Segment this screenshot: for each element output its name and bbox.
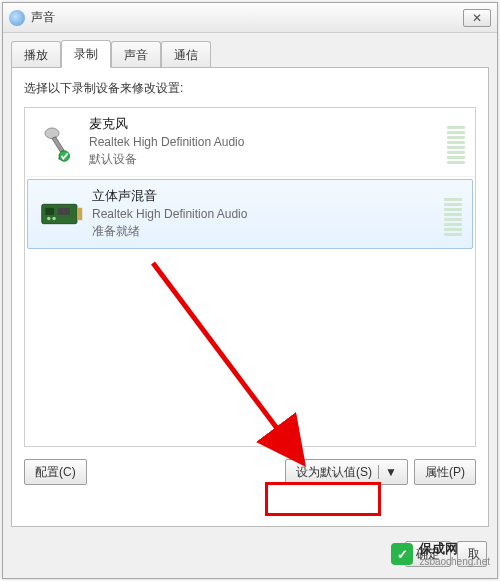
- device-list[interactable]: 麦克风 Realtek High Definition Audio 默认设备: [24, 107, 476, 447]
- sound-card-icon: [38, 192, 86, 236]
- tab-strip: 播放 录制 声音 通信: [3, 33, 497, 67]
- device-text: 立体声混音 Realtek High Definition Audio 准备就绪: [86, 188, 444, 240]
- svg-point-1: [59, 151, 70, 162]
- annotation-highlight-box: [265, 482, 381, 516]
- close-icon: ✕: [472, 11, 482, 25]
- level-meter: [444, 192, 462, 236]
- device-name: 麦克风: [89, 116, 447, 133]
- svg-rect-3: [45, 208, 54, 215]
- device-status: 准备就绪: [92, 223, 444, 240]
- titlebar: 声音 ✕: [3, 3, 497, 33]
- svg-rect-5: [77, 208, 82, 220]
- configure-button[interactable]: 配置(C): [24, 459, 87, 485]
- chevron-down-icon[interactable]: ▼: [378, 465, 403, 479]
- svg-point-6: [47, 217, 51, 221]
- svg-rect-4: [58, 208, 70, 215]
- set-default-button[interactable]: 设为默认值(S) ▼: [285, 459, 408, 485]
- watermark-text: 保成网 zsbaocheng.net: [419, 542, 490, 567]
- device-item-microphone[interactable]: 麦克风 Realtek High Definition Audio 默认设备: [25, 108, 475, 177]
- device-description: Realtek High Definition Audio: [92, 207, 444, 221]
- tab-recording[interactable]: 录制: [61, 40, 111, 68]
- sound-settings-window: 声音 ✕ 播放 录制 声音 通信 选择以下录制设备来修改设置:: [2, 2, 498, 579]
- shield-icon: ✓: [391, 543, 413, 565]
- level-meter: [447, 120, 465, 164]
- button-label: 设为默认值(S): [296, 464, 372, 481]
- button-label: 配置(C): [35, 464, 76, 481]
- svg-point-7: [52, 217, 56, 221]
- tab-panel: 选择以下录制设备来修改设置: 麦克风 Realtek High Definiti…: [11, 67, 489, 527]
- window-title: 声音: [31, 9, 463, 26]
- speaker-icon: [9, 10, 25, 26]
- close-button[interactable]: ✕: [463, 9, 491, 27]
- device-item-stereo-mix[interactable]: 立体声混音 Realtek High Definition Audio 准备就绪: [27, 179, 473, 249]
- panel-button-row: 配置(C) 设为默认值(S) ▼ 属性(P): [24, 459, 476, 485]
- device-text: 麦克风 Realtek High Definition Audio 默认设备: [83, 116, 447, 168]
- microphone-icon: [35, 120, 83, 164]
- svg-point-0: [45, 128, 59, 139]
- tab-sounds[interactable]: 声音: [111, 41, 161, 68]
- watermark-brand: 保成网: [419, 542, 490, 556]
- device-status: 默认设备: [89, 151, 447, 168]
- tab-communications[interactable]: 通信: [161, 41, 211, 68]
- button-label: 属性(P): [425, 464, 465, 481]
- properties-button[interactable]: 属性(P): [414, 459, 476, 485]
- watermark-url: zsbaocheng.net: [419, 556, 490, 567]
- watermark: ✓ 保成网 zsbaocheng.net: [391, 542, 490, 567]
- device-name: 立体声混音: [92, 188, 444, 205]
- instruction-text: 选择以下录制设备来修改设置:: [24, 80, 476, 97]
- device-description: Realtek High Definition Audio: [89, 135, 447, 149]
- tab-playback[interactable]: 播放: [11, 41, 61, 68]
